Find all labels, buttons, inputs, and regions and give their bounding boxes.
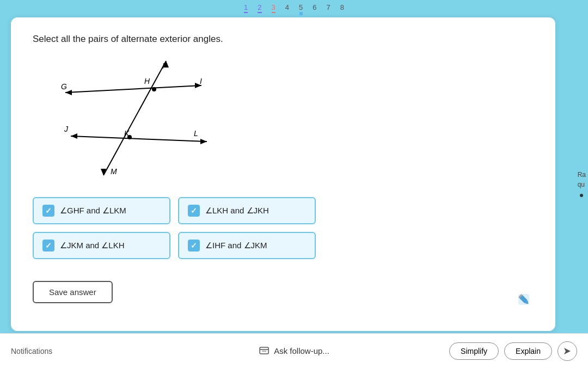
option-4-label: ∠IHF and ∠JKM: [205, 241, 267, 250]
simplify-button[interactable]: Simplify: [449, 342, 499, 360]
options-grid: ∠GHF and ∠LKM ∠LKH and ∠JKH ∠JKM and ∠LK…: [33, 197, 316, 259]
svg-marker-7: [71, 133, 77, 139]
nav-underline-3: [272, 12, 275, 13]
diagram-container: F H G I J K L M: [33, 56, 218, 181]
nav-item-8[interactable]: 8: [340, 3, 344, 12]
nav-underline-2: [258, 12, 261, 13]
notifications-label: Notifications: [11, 347, 52, 355]
checkbox-2[interactable]: [188, 205, 200, 217]
nav-item-1[interactable]: 1: [244, 3, 248, 12]
svg-line-0: [103, 61, 166, 175]
sidebar-hint-2: qu: [578, 181, 586, 188]
send-icon: [563, 347, 572, 355]
followup-icon: [259, 346, 270, 357]
option-4[interactable]: ∠IHF and ∠JKM: [178, 232, 316, 259]
svg-marker-6: [200, 139, 207, 144]
label-H: H: [144, 77, 150, 85]
nav-item-5[interactable]: 5: [299, 3, 303, 12]
save-answer-button[interactable]: Save answer: [33, 281, 113, 303]
label-J: J: [64, 125, 69, 133]
bottom-bar: Notifications Ask follow-up... Simplify …: [0, 333, 588, 368]
question-text: Select all the pairs of alternate exteri…: [33, 34, 534, 45]
nav-item-2[interactable]: 2: [258, 3, 261, 12]
label-F: F: [162, 62, 168, 70]
svg-line-5: [71, 136, 207, 142]
top-navigation: 1 2 3 4 5 6 7 8: [0, 0, 588, 15]
right-sidebar: Ra qu: [578, 171, 586, 197]
option-3[interactable]: ∠JKM and ∠LKH: [33, 232, 170, 259]
nav-dot-5: [299, 12, 303, 15]
sidebar-bullet: [580, 194, 583, 197]
svg-point-9: [152, 87, 156, 91]
ask-followup-label: Ask follow-up...: [274, 346, 329, 355]
option-3-label: ∠JKM and ∠LKH: [60, 241, 125, 250]
checkbox-4[interactable]: [188, 240, 200, 252]
checkbox-3[interactable]: [42, 240, 54, 252]
send-button[interactable]: [558, 341, 577, 361]
pencil-icon[interactable]: [514, 290, 534, 309]
geometry-diagram: F H G I J K L M: [33, 56, 218, 181]
option-1[interactable]: ∠GHF and ∠LKM: [33, 197, 170, 224]
option-1-label: ∠GHF and ∠LKM: [60, 206, 126, 216]
explain-button[interactable]: Explain: [504, 342, 552, 360]
nav-underline-1: [244, 12, 248, 13]
main-card: Select all the pairs of alternate exteri…: [11, 17, 555, 331]
nav-item-6[interactable]: 6: [313, 3, 316, 12]
nav-item-3[interactable]: 3: [272, 3, 275, 12]
option-2[interactable]: ∠LKH and ∠JKH: [178, 197, 316, 224]
sidebar-hint-1: Ra: [578, 171, 586, 179]
label-M: M: [111, 167, 117, 176]
svg-rect-15: [260, 347, 268, 354]
svg-line-2: [65, 85, 201, 93]
label-K: K: [124, 129, 130, 138]
label-I: I: [200, 77, 202, 85]
nav-item-4[interactable]: 4: [285, 3, 289, 12]
label-G: G: [61, 82, 67, 91]
nav-item-7[interactable]: 7: [326, 3, 330, 12]
label-L: L: [194, 129, 198, 138]
svg-marker-18: [564, 348, 571, 354]
option-2-label: ∠LKH and ∠JKH: [205, 206, 269, 216]
checkbox-1[interactable]: [42, 205, 54, 217]
ask-followup-button[interactable]: Ask follow-up...: [259, 346, 329, 357]
bottom-right-buttons: Simplify Explain: [449, 341, 577, 361]
